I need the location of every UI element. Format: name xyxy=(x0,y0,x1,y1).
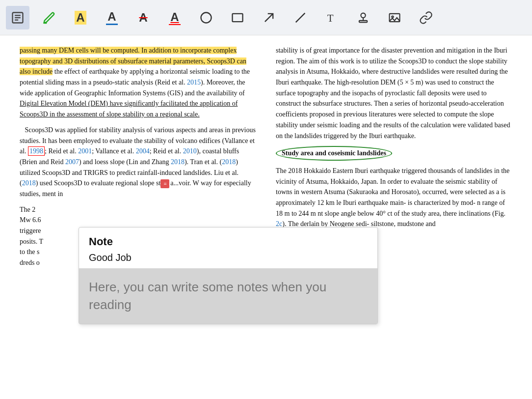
link-tool[interactable] xyxy=(414,6,438,29)
rectangle-draw-tool[interactable] xyxy=(226,6,249,29)
col2-para1: stability is of great importance for the… xyxy=(276,45,512,141)
svg-rect-6 xyxy=(233,13,243,21)
note-popup-subtitle: Good Job xyxy=(79,251,377,268)
underlined-text: Digital Elevation Model (DEM) have signi… xyxy=(20,100,238,118)
strikethrough-a-label: A xyxy=(137,11,149,25)
underline-tool[interactable]: A xyxy=(163,6,186,29)
col1-para2: Scoops3D was applied for stability analy… xyxy=(20,125,256,200)
section-title-text: Study area and coseismic landslides xyxy=(282,149,386,157)
col1-para1: passing many DEM cells will be computed.… xyxy=(20,45,256,120)
text-insert-tool[interactable]: T xyxy=(320,6,344,29)
link-2007[interactable]: 2007 xyxy=(65,158,79,166)
link-2010[interactable]: 2010 xyxy=(183,147,197,155)
arrow-draw-tool[interactable] xyxy=(257,6,281,29)
underline-a-label: A xyxy=(169,10,180,25)
content-area: passing many DEM cells will be computed.… xyxy=(0,35,532,399)
link-2018a[interactable]: 2018 xyxy=(171,158,185,166)
col2-para2: The 2018 Hokkaido Eastern Iburi earthqua… xyxy=(276,166,512,229)
col2-section-title: Study area and coseismic landslides xyxy=(276,146,512,161)
svg-text:T: T xyxy=(327,12,334,24)
svg-line-7 xyxy=(265,13,273,21)
pdf-columns: passing many DEM cells will be computed.… xyxy=(0,35,532,399)
text-highlight-color-tool[interactable]: A xyxy=(100,6,124,29)
svg-point-10 xyxy=(361,13,365,17)
svg-line-8 xyxy=(296,13,305,22)
yellow-a-label: A xyxy=(75,11,86,25)
section-title-ellipse: Study area and coseismic landslides xyxy=(276,146,392,161)
circle-draw-tool[interactable] xyxy=(194,6,218,29)
sticky-note-tool[interactable] xyxy=(6,6,29,29)
red-box-1998: 1998 xyxy=(28,146,45,156)
toolbar: A A A A T xyxy=(0,0,532,35)
pen-highlight-tool[interactable] xyxy=(37,6,61,29)
note-marker: ≡ xyxy=(160,179,169,188)
strikethrough-tool[interactable]: A xyxy=(132,6,155,29)
note-popup-placeholder: Here, you can write some notes when you … xyxy=(89,280,326,312)
note-popup-title: Note xyxy=(79,228,377,251)
svg-point-14 xyxy=(392,16,394,18)
link-2015[interactable]: 2015 xyxy=(187,79,201,86)
color-a-label: A xyxy=(106,10,117,25)
stamp-tool[interactable] xyxy=(351,6,375,29)
highlighted-text-1: passing many DEM cells will be computed.… xyxy=(20,47,246,75)
link-1998[interactable]: 1998 xyxy=(29,147,43,155)
image-insert-tool[interactable] xyxy=(383,6,406,29)
link-2018b[interactable]: 2018 xyxy=(222,158,236,166)
note-popup-textarea[interactable]: Here, you can write some notes when you … xyxy=(79,268,377,324)
note-popup: Note Good Job Here, you can write some n… xyxy=(79,227,378,324)
line-draw-tool[interactable] xyxy=(289,6,312,29)
text-highlight-yellow-tool[interactable]: A xyxy=(69,6,92,29)
link-2004[interactable]: 2004 xyxy=(136,147,150,155)
link-2001[interactable]: 2001 xyxy=(78,147,92,155)
link-2018c[interactable]: 2018 xyxy=(22,179,36,187)
svg-rect-11 xyxy=(359,20,367,22)
svg-point-5 xyxy=(201,12,212,23)
note-icon-inline: ≡ xyxy=(160,179,170,187)
